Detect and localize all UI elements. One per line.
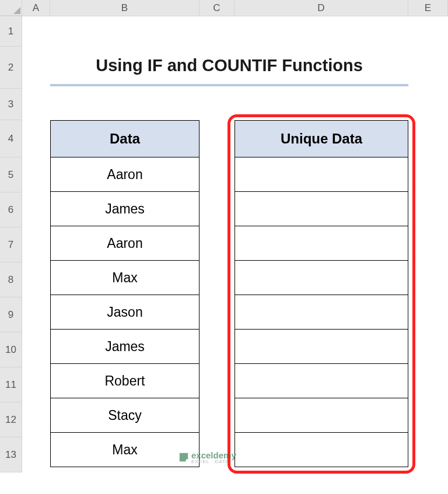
table-b-cell[interactable]: Max: [50, 260, 200, 295]
page-title: Using IF and COUNTIF Functions: [50, 47, 408, 86]
col-header-E[interactable]: E: [408, 0, 448, 16]
table-d-cell[interactable]: [235, 260, 408, 295]
row-header-6[interactable]: 6: [0, 192, 22, 227]
col-header-D[interactable]: D: [235, 0, 408, 16]
table-d-cell[interactable]: [235, 329, 408, 364]
watermark: exceldemy EXCEL · DATA ·: [178, 450, 236, 464]
row-header-8[interactable]: 8: [0, 262, 22, 297]
row-header-10[interactable]: 10: [0, 332, 22, 367]
row-header-13[interactable]: 13: [0, 437, 22, 472]
table-b-cell[interactable]: Jason: [50, 295, 200, 330]
col-header-A[interactable]: A: [22, 0, 50, 16]
table-d-cell[interactable]: [235, 432, 408, 467]
column-headers: A B C D E: [0, 0, 448, 16]
table-d-header[interactable]: Unique Data: [235, 120, 408, 157]
row-header-7[interactable]: 7: [0, 227, 22, 262]
table-b-cell[interactable]: Aaron: [50, 226, 200, 261]
table-b-cell[interactable]: James: [50, 191, 200, 226]
table-d-cell[interactable]: [235, 226, 408, 261]
table-b-cell[interactable]: Aaron: [50, 157, 200, 192]
select-all-corner[interactable]: [0, 0, 22, 16]
spreadsheet-grid: A B C D E 1 2 3 4 5 6 7 8 9 10 11 12 13 …: [0, 0, 448, 494]
table-b-cell[interactable]: Max: [50, 432, 200, 467]
row-header-2[interactable]: 2: [0, 47, 22, 89]
row-header-11[interactable]: 11: [0, 367, 22, 402]
watermark-icon: [178, 452, 189, 463]
table-d-cell[interactable]: [235, 157, 408, 192]
table-d-cell[interactable]: [235, 191, 408, 226]
table-b-cell[interactable]: James: [50, 329, 200, 364]
table-d-cell[interactable]: [235, 398, 408, 433]
table-d-cell[interactable]: [235, 295, 408, 330]
row-header-3[interactable]: 3: [0, 89, 22, 120]
row-headers: 1 2 3 4 5 6 7 8 9 10 11 12 13: [0, 16, 22, 472]
watermark-tag: EXCEL · DATA ·: [191, 459, 236, 464]
row-header-4[interactable]: 4: [0, 120, 22, 157]
row-header-9[interactable]: 9: [0, 297, 22, 332]
row-header-5[interactable]: 5: [0, 157, 22, 192]
table-b-cell[interactable]: Robert: [50, 363, 200, 398]
col-header-C[interactable]: C: [200, 0, 235, 16]
select-all-icon: [13, 7, 20, 14]
table-b-cell[interactable]: Stacy: [50, 398, 200, 433]
row-header-1[interactable]: 1: [0, 16, 22, 47]
col-header-B[interactable]: B: [50, 0, 200, 16]
table-d-cell[interactable]: [235, 363, 408, 398]
table-b-header[interactable]: Data: [50, 120, 200, 157]
row-header-12[interactable]: 12: [0, 402, 22, 437]
